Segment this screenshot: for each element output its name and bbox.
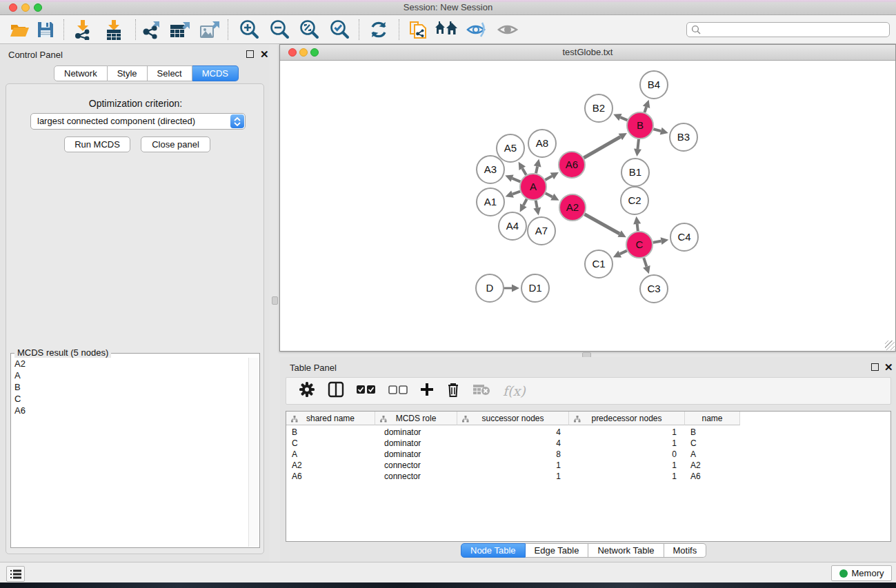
- arrowhead-icon: [512, 285, 519, 292]
- clone-network-icon[interactable]: [406, 19, 430, 41]
- resize-grip-icon[interactable]: [885, 341, 895, 350]
- zoom-window-button[interactable]: [34, 3, 42, 12]
- select-all-icon[interactable]: [357, 385, 376, 397]
- network-graph[interactable]: AA1A2A3A4A5A6A7A8BB1B2B3B4CC1C2C3C4DD1: [280, 61, 895, 351]
- arrowhead-icon: [661, 237, 669, 245]
- zoom-network-button[interactable]: [310, 48, 319, 57]
- node-label-A6: A6: [566, 159, 578, 170]
- tab-edge-table[interactable]: Edge Table: [526, 543, 589, 558]
- edge-B-B3[interactable]: [653, 129, 661, 131]
- run-mcds-button[interactable]: Run MCDS: [64, 136, 130, 152]
- zoom-in-icon[interactable]: [237, 19, 261, 41]
- export-network-icon[interactable]: [139, 19, 164, 41]
- zoom-selected-icon[interactable]: [327, 19, 352, 41]
- split-view-icon[interactable]: [328, 381, 344, 401]
- main-toolbar: [0, 15, 896, 44]
- tab-network[interactable]: Network: [54, 65, 108, 81]
- tab-mcds[interactable]: MCDS: [192, 65, 239, 81]
- mcds-result-item[interactable]: C: [12, 393, 249, 405]
- network-canvas[interactable]: AA1A2A3A4A5A6A7A8BB1B2B3B4CC1C2C3C4DD1: [280, 61, 895, 351]
- column-header-successor-nodes[interactable]: successor nodes: [457, 412, 569, 425]
- network-window-titlebar[interactable]: testGlobe.txt: [280, 45, 895, 61]
- mcds-result-item[interactable]: B: [12, 381, 249, 393]
- result-list-scrollbar[interactable]: [248, 358, 259, 547]
- memory-button[interactable]: Memory: [831, 565, 892, 581]
- tab-network-table[interactable]: Network Table: [588, 543, 664, 558]
- minimize-network-button[interactable]: [299, 48, 308, 57]
- table-row-A6[interactable]: A6connector11A6: [286, 471, 740, 482]
- column-header-shared-name[interactable]: shared name: [286, 412, 375, 425]
- search-input[interactable]: [686, 22, 890, 37]
- import-table-icon[interactable]: [101, 19, 126, 41]
- node-label-C1: C1: [592, 258, 605, 270]
- save-session-icon[interactable]: [33, 19, 58, 41]
- edge-C-C4[interactable]: [653, 241, 661, 243]
- tab-select[interactable]: Select: [148, 65, 192, 81]
- column-header-name[interactable]: name: [685, 412, 740, 425]
- close-panel-button[interactable]: Close panel: [141, 136, 210, 152]
- close-table-panel-icon[interactable]: ✕: [884, 363, 893, 371]
- mcds-result-item[interactable]: A: [12, 369, 249, 381]
- add-column-icon[interactable]: [420, 383, 434, 399]
- edge-A-A7[interactable]: [536, 201, 537, 208]
- table-row-C[interactable]: Cdominator41C: [286, 438, 740, 449]
- float-panel-icon[interactable]: [246, 50, 254, 58]
- list-icon: [10, 569, 21, 579]
- tab-motifs[interactable]: Motifs: [664, 543, 707, 558]
- task-history-button[interactable]: [6, 566, 25, 582]
- arrowhead-icon: [660, 128, 668, 135]
- edge-A-A2[interactable]: [546, 193, 552, 196]
- node-label-C3: C3: [647, 283, 660, 294]
- apply-layout-icon[interactable]: [366, 19, 391, 41]
- delete-column-icon[interactable]: [446, 382, 460, 400]
- edge-B-B1[interactable]: [637, 139, 638, 149]
- table-row-B[interactable]: Bdominator41B: [286, 427, 740, 438]
- function-builder-icon[interactable]: f(x): [503, 383, 526, 398]
- import-network-icon[interactable]: [70, 19, 95, 41]
- edge-A-A5[interactable]: [522, 168, 526, 174]
- zoom-out-icon[interactable]: [267, 19, 292, 41]
- tab-node-table[interactable]: Node Table: [461, 543, 526, 558]
- settings-gear-icon[interactable]: [299, 381, 315, 401]
- table-row-A2[interactable]: A2connector11A2: [286, 460, 740, 471]
- edge-A6-B[interactable]: [584, 136, 620, 158]
- close-panel-icon[interactable]: ✕: [260, 50, 269, 58]
- edge-B-B2[interactable]: [620, 117, 627, 120]
- edge-A-A4[interactable]: [524, 199, 527, 205]
- edge-A-A1[interactable]: [512, 192, 520, 194]
- mcds-result-list[interactable]: A2ABCA6: [12, 358, 249, 547]
- minimize-window-button[interactable]: [21, 3, 30, 12]
- table-panel-title: Table Panel: [290, 363, 337, 373]
- toolbar-separator: [359, 19, 359, 40]
- edge-C-C1[interactable]: [620, 251, 627, 254]
- edge-C-C2[interactable]: [637, 224, 638, 231]
- delete-table-icon[interactable]: [472, 383, 490, 398]
- column-header-label: successor nodes: [481, 414, 544, 423]
- vertical-splitter-handle[interactable]: [272, 296, 278, 305]
- table-row-A[interactable]: Adominator80A: [286, 449, 740, 460]
- edge-A-A3[interactable]: [512, 179, 521, 182]
- float-table-panel-icon[interactable]: [871, 363, 879, 371]
- export-table-icon[interactable]: [168, 19, 192, 41]
- close-window-button[interactable]: [9, 3, 17, 12]
- deselect-all-icon[interactable]: [388, 385, 408, 397]
- hide-selected-icon[interactable]: [464, 19, 489, 41]
- mcds-result-item[interactable]: A2: [12, 358, 249, 369]
- edge-A-A8[interactable]: [536, 166, 537, 173]
- node-label-D1: D1: [528, 282, 541, 294]
- optimization-criterion-select[interactable]: largest connected component (directed): [30, 113, 246, 130]
- tab-style[interactable]: Style: [108, 65, 148, 81]
- edge-C-C3[interactable]: [644, 258, 646, 267]
- zoom-fit-icon[interactable]: [297, 19, 321, 41]
- show-all-icon[interactable]: [495, 19, 520, 41]
- edge-A-A6[interactable]: [545, 176, 552, 180]
- column-header-predecessor-nodes[interactable]: predecessor nodes: [569, 412, 685, 425]
- edge-A2-C[interactable]: [584, 214, 619, 234]
- column-header-MCDS-role[interactable]: MCDS role: [375, 412, 457, 425]
- mcds-result-item[interactable]: A6: [12, 405, 249, 416]
- close-network-button[interactable]: [288, 48, 297, 57]
- export-image-icon[interactable]: [197, 19, 222, 41]
- home-layout-icon[interactable]: [434, 19, 459, 41]
- open-session-icon[interactable]: [7, 19, 32, 41]
- edge-B-B4[interactable]: [644, 107, 646, 112]
